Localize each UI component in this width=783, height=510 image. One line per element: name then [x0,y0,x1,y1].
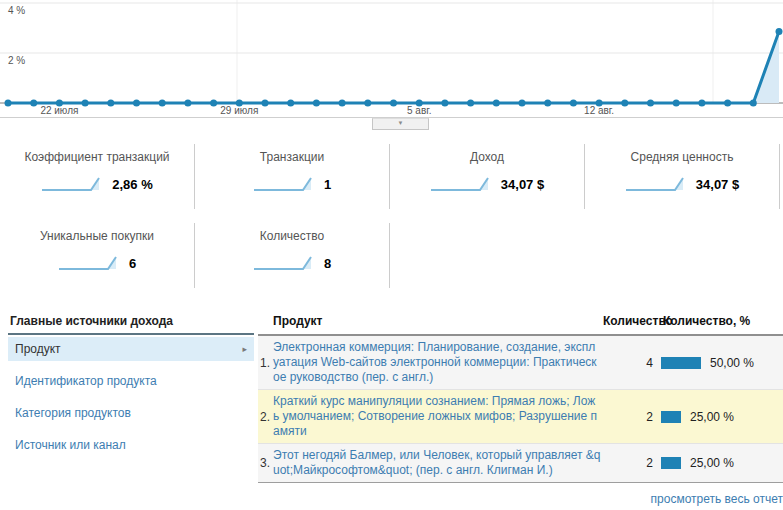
metrics-summary: Коэффициент транзакций 2,86 % Транзакции… [0,144,783,288]
sidebar-item-product[interactable]: Продукт ▸ [8,337,254,361]
metric-transaction-rate: Коэффициент транзакций 2,86 % [0,144,195,209]
row-number: 3. [258,456,273,470]
metric-value: 34,07 $ [696,177,739,192]
quantity-value: 2 [601,410,653,424]
percent-bar [661,457,681,469]
sidebar-item-source-channel[interactable]: Источник или канал [8,433,254,457]
sparkline-icon [253,175,315,193]
sidebar-item-label: Категория продуктов [15,406,131,420]
revenue-sources-report: Главные источники дохода Продукт ▸ Идент… [0,310,783,506]
sparkline-icon [58,254,120,272]
view-full-report-link-wrap: просмотреть весь отчет [258,492,783,506]
metric-label: Уникальные покупки [0,229,194,243]
column-header-quantity-percent: Количество, % [655,314,783,328]
table-row: 1. Электронная коммерция: Планирование, … [258,336,783,389]
percent-value: 25,00 % [690,456,734,470]
metric-quantity: Количество 8 [195,223,390,288]
svg-text:22 июля: 22 июля [40,105,78,116]
sparkline-icon [625,175,687,193]
transaction-rate-line-chart[interactable]: 4 %2 %22 июля29 июля5 авг.12 авг. [0,0,783,132]
percent-value: 25,00 % [690,410,734,424]
metric-average-value: Средняя ценность 34,07 $ [585,144,780,209]
chevron-down-icon: ▼ [398,120,404,126]
sparkline-icon [41,175,103,193]
metric-value: 8 [324,256,331,271]
sparkline-icon [430,175,492,193]
metric-label: Транзакции [195,150,389,164]
table-row: 3. Этот негодяй Балмер, или Человек, кот… [258,443,783,482]
metric-label: Доход [390,150,584,164]
metric-transactions: Транзакции 1 [195,144,390,209]
metric-value: 2,86 % [112,177,152,192]
sparkline-icon [253,254,315,272]
view-full-report-link[interactable]: просмотреть весь отчет [651,492,783,506]
metrics-row-1: Коэффициент транзакций 2,86 % Транзакции… [0,144,783,209]
sidebar-item-product-id[interactable]: Идентификатор продукта [8,369,254,393]
metric-value: 34,07 $ [501,177,544,192]
quantity-value: 4 [601,356,653,370]
percent-bar [661,411,681,423]
column-header-quantity: Количество [603,314,655,328]
metric-label: Количество [195,229,389,243]
svg-text:29 июля: 29 июля [220,105,258,116]
table-row: 2. Краткий курс манипуляции сознанием: П… [258,389,783,443]
svg-text:5 авг.: 5 авг. [407,105,431,116]
table-header-row: Продукт Количество Количество, % [258,310,783,336]
product-link[interactable]: Краткий курс манипуляции сознанием: Прям… [273,394,601,439]
sidebar-item-product-category[interactable]: Категория продуктов [8,401,254,425]
metrics-row-2: Уникальные покупки 6 Количество 8 [0,223,783,288]
row-number: 2. [258,410,273,424]
percent-value: 50,00 % [710,356,754,370]
metric-value: 6 [129,256,136,271]
svg-text:2 %: 2 % [8,55,25,66]
sidebar-item-label: Источник или канал [15,438,126,452]
products-table: Продукт Количество Количество, % 1. Элек… [258,310,783,506]
metric-label: Коэффициент транзакций [0,150,194,164]
metric-label: Средняя ценность [585,150,779,164]
collapse-chart-handle[interactable]: ▼ [372,118,429,130]
sidebar-title: Главные источники дохода [8,310,254,335]
sidebar-item-label: Продукт [15,342,61,356]
table-body: 1. Электронная коммерция: Планирование, … [258,336,783,483]
product-link[interactable]: Этот негодяй Балмер, или Человек, которы… [273,448,601,478]
svg-text:4 %: 4 % [8,5,25,16]
percent-bar [661,357,701,369]
submenu-arrow-icon: ▸ [242,344,247,354]
sidebar-item-label: Идентификатор продукта [15,374,157,388]
report-sidebar: Главные источники дохода Продукт ▸ Идент… [8,310,254,506]
transaction-rate-chart-section: 4 %2 %22 июля29 июля5 авг.12 авг. ▼ [0,0,783,130]
row-number: 1. [258,356,273,370]
quantity-value: 2 [601,456,653,470]
metric-revenue: Доход 34,07 $ [390,144,585,209]
metric-value: 1 [324,177,331,192]
product-link[interactable]: Электронная коммерция: Планирование, соз… [273,340,601,385]
svg-text:12 авг.: 12 авг. [584,105,614,116]
metric-unique-purchases: Уникальные покупки 6 [0,223,195,288]
column-header-product: Продукт [258,314,603,328]
